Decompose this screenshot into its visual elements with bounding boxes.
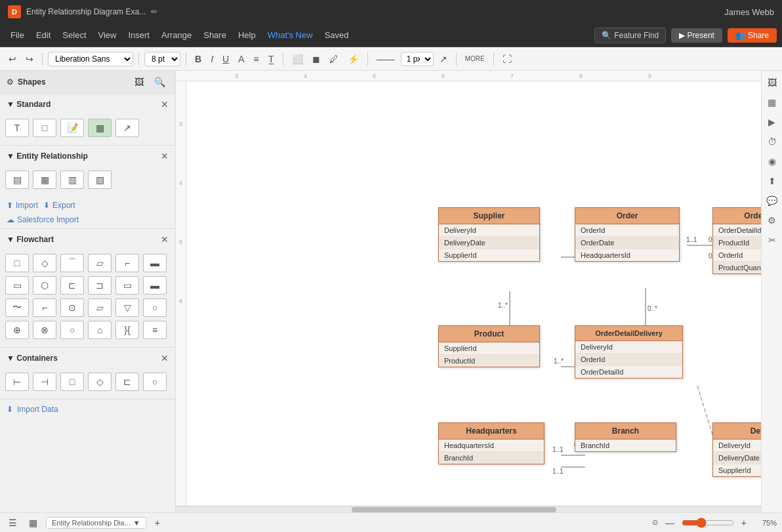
fullscreen-button[interactable]: ⛶ [499,52,515,66]
cont-rect[interactable]: □ [60,373,84,391]
edit-title-icon[interactable]: ✏ [151,7,157,16]
fc-lines[interactable]: ≡ [143,321,167,339]
containers-close-button[interactable]: ✕ [161,353,169,363]
connector-style-button[interactable]: ↗ [436,52,451,66]
fc-rect3[interactable]: ▭ [115,276,139,295]
fc-step[interactable]: ⌐ [115,254,139,272]
fc-tri-l[interactable]: ⊏ [60,276,84,295]
fc-wave[interactable]: 〜 [5,298,29,317]
entity-relationship-header[interactable]: ▼ Entity Relationship ✕ [0,146,175,167]
font-color-button[interactable]: A [235,52,247,66]
diagram-tab[interactable]: Entity Relationship Dia... ▼ [46,517,146,529]
fc-plus[interactable]: ⊕ [5,321,29,339]
fill-color-button[interactable]: ⬜ [289,52,306,66]
cont-pipe2[interactable]: ⊣ [33,373,56,391]
er-shape-1[interactable]: ▤ [5,171,29,189]
right-scissors-icon[interactable]: ✂ [764,232,780,248]
redo-button[interactable]: ↪ [22,52,37,66]
bold-button[interactable]: B [192,52,205,66]
er-shape-4[interactable]: ▧ [88,171,112,189]
right-clock-icon[interactable]: ⏱ [764,134,780,150]
fc-oval[interactable]: ○ [143,298,167,317]
supplier-table[interactable]: Supplier DeliveryId DeliveryDate Supplie… [438,207,540,262]
containers-header[interactable]: ▼ Containers ✕ [0,348,175,369]
font-family-select[interactable]: Liberation Sans [48,52,133,66]
import-action[interactable]: ⬆ Import [7,201,38,210]
more-button[interactable]: MORE [462,53,488,64]
fc-tri-r[interactable]: ⊐ [88,276,112,295]
fc-corner[interactable]: ⌐ [33,298,56,317]
fc-delay[interactable]: ▬ [143,254,167,272]
import-data-action[interactable]: ⬇ Import Data [0,399,175,419]
underline-button[interactable]: U [219,52,232,66]
standard-close-button[interactable]: ✕ [161,99,169,110]
rect-shape[interactable]: □ [33,119,56,137]
fc-para2[interactable]: ▱ [88,298,112,317]
order-table[interactable]: Order OrderId OrderDate HeadquartersId [575,207,680,262]
fc-rect[interactable]: □ [5,254,29,272]
colored-rect-shape[interactable]: ▩ [88,119,112,137]
align-button[interactable]: ≡ [250,52,262,66]
flowchart-close-button[interactable]: ✕ [161,234,169,245]
scrollbar-thumb[interactable] [352,507,556,512]
menu-insert[interactable]: Insert [123,28,155,43]
fc-round[interactable]: ⌒ [60,254,84,272]
menu-whats-new[interactable]: What's New [262,28,318,43]
undo-button[interactable]: ↩ [5,52,20,66]
fc-house[interactable]: ⌂ [88,321,112,339]
document-title[interactable]: Entity Relationship Diagram Exa... [26,7,146,16]
feature-find-button[interactable]: 🔍 Feature Find [594,28,666,43]
fc-circle[interactable]: ⊙ [60,298,84,317]
fc-hex[interactable]: ⬡ [33,276,56,295]
fc-circle2[interactable]: ○ [60,321,84,339]
text-style-button[interactable]: T̲ [265,52,278,66]
menu-view[interactable]: View [93,28,122,43]
orderdetaildelivery-table[interactable]: OrderDetailDelivery DeliveryId OrderId O… [575,325,683,379]
line-width-select[interactable]: 1 px [401,52,434,66]
fc-para[interactable]: ▱ [88,254,112,272]
horizontal-scrollbar[interactable] [176,506,761,512]
export-action[interactable]: ⬇ Export [43,201,75,210]
present-button[interactable]: ▶ Present [671,28,722,43]
zoom-in-button[interactable]: + [738,516,750,530]
fc-diamond[interactable]: ◇ [33,254,56,272]
er-shape-2[interactable]: ▦ [33,171,56,189]
menu-share[interactable]: Share [198,28,232,43]
menu-edit[interactable]: Edit [31,28,56,43]
zoom-slider[interactable] [682,518,734,528]
right-play-icon[interactable]: ▶ [764,114,780,130]
fill-solid-button[interactable]: ◼ [309,52,323,66]
font-size-select[interactable]: 8 pt [144,52,180,66]
er-shape-3[interactable]: ▥ [60,171,84,189]
fc-rect2[interactable]: ▭ [5,276,29,295]
grid-view-button[interactable]: ▦ [26,516,41,530]
salesforce-import-action[interactable]: ☁ Salesforce Import [7,215,169,224]
list-view-button[interactable]: ☰ [5,516,20,530]
right-comment-icon[interactable]: 💬 [764,193,780,209]
effects-button[interactable]: ⚡ [344,52,362,66]
menu-select[interactable]: Select [57,28,91,43]
note-shape[interactable]: 📝 [60,119,84,137]
er-close-button[interactable]: ✕ [161,151,169,161]
right-layers-icon[interactable]: ◉ [764,153,780,169]
cont-diamond[interactable]: ◇ [88,373,112,391]
add-tab-button[interactable]: + [152,516,163,530]
line-color-button[interactable]: 🖊 [326,52,342,66]
branch-table[interactable]: Branch BranchId [575,422,676,452]
fc-x[interactable]: ⊗ [33,321,56,339]
arrow-shape[interactable]: ↗ [115,119,139,137]
menu-file[interactable]: File [5,28,30,43]
cont-bracket[interactable]: ⊏ [115,373,139,391]
zoom-out-button[interactable]: — [662,516,678,530]
fc-tri[interactable]: ▽ [115,298,139,317]
standard-section-header[interactable]: ▼ Standard ✕ [0,94,175,115]
right-upload-icon[interactable]: ⬆ [764,173,780,189]
text-shape[interactable]: T [5,119,29,137]
menu-help[interactable]: Help [233,28,261,43]
delivery-table[interactable]: Delivery DeliveryId DeliveryDate Supplie… [712,422,761,477]
right-grid-icon[interactable]: ▦ [764,94,780,110]
headquarters-table[interactable]: Headquarters HeadquartersId BranchId [438,422,545,464]
cont-oval[interactable]: ○ [143,373,167,391]
share-button[interactable]: 👥 Share [728,28,777,43]
orderdetail-table[interactable]: OrderDetail OrderDetailId ProductId Orde… [712,207,761,274]
